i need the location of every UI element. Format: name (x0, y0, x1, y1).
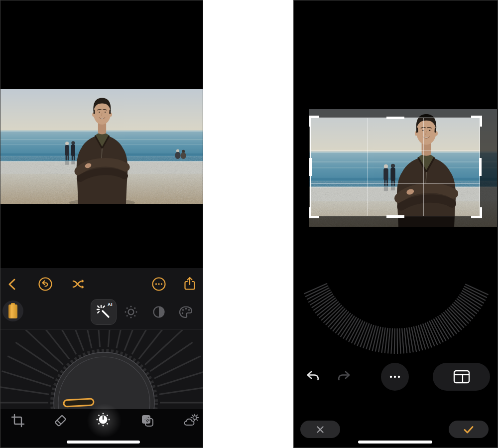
crop-handle-top-right[interactable] (471, 116, 482, 127)
x-icon (316, 425, 325, 434)
grid-line-vertical (423, 118, 424, 216)
crop-frame[interactable] (310, 118, 480, 216)
redo-arrow-icon (336, 369, 352, 385)
adjust-dial-icon (95, 411, 111, 429)
brightness-button[interactable] (123, 304, 139, 320)
crop-icon (10, 413, 26, 429)
home-indicator[interactable] (358, 441, 432, 444)
filters-tool-button[interactable] (139, 413, 155, 429)
shuffle-icon (71, 276, 87, 292)
more-button[interactable] (151, 276, 167, 292)
crop-handle-left[interactable] (309, 158, 312, 176)
film-canister-icon (6, 302, 19, 319)
filters-icon (139, 413, 155, 429)
crop-handle-right[interactable] (479, 158, 482, 176)
crop-handle-top[interactable] (386, 117, 404, 119)
share-button[interactable] (182, 276, 198, 292)
revert-button[interactable] (37, 276, 53, 292)
ellipsis-circle-icon (151, 276, 167, 292)
crop-tool-button[interactable] (10, 413, 26, 429)
ellipsis-icon (388, 370, 402, 384)
intensity-dial[interactable] (0, 329, 203, 409)
crop-handle-bottom-right[interactable] (471, 207, 482, 218)
grid-line-horizontal (311, 183, 480, 184)
undo-arrow-icon (305, 369, 321, 385)
rotation-dial[interactable] (294, 220, 498, 359)
back-button[interactable] (5, 276, 21, 292)
crop-handle-bottom-left[interactable] (309, 207, 319, 218)
color-button[interactable] (178, 304, 194, 320)
crop-handle-top-left[interactable] (309, 116, 319, 127)
photo-preview[interactable] (0, 89, 203, 204)
crop-handle-bottom[interactable] (386, 215, 404, 218)
eraser-tool-button[interactable] (52, 413, 68, 429)
grid-line-horizontal (311, 150, 480, 151)
grid-line-vertical (367, 118, 368, 216)
auto-enhance-button[interactable]: AI (91, 299, 117, 325)
beach-photo (0, 89, 203, 204)
color-palette-icon (178, 304, 194, 320)
home-indicator[interactable] (67, 441, 140, 444)
aspect-ratio-icon (453, 369, 471, 384)
right-screen-crop-mode (293, 0, 498, 448)
confirm-button[interactable] (449, 421, 489, 438)
ai-badge: AI (108, 302, 113, 307)
more-options-button[interactable] (381, 363, 409, 391)
chevron-left-icon (5, 276, 21, 292)
weather-tool-button[interactable] (183, 413, 199, 429)
left-screen-adjust-mode: AI (0, 0, 203, 448)
adjust-tool-button[interactable] (95, 412, 111, 428)
compare-button[interactable] (71, 276, 87, 292)
eraser-icon (52, 413, 68, 429)
dial-indicator (64, 399, 94, 407)
aspect-ratio-button[interactable] (433, 363, 490, 391)
share-icon (182, 276, 198, 292)
check-icon (463, 425, 474, 434)
crop-photo-area[interactable] (309, 109, 497, 227)
screenshot-stage: AI (0, 0, 498, 448)
cancel-button[interactable] (300, 421, 340, 438)
intensity-dial-graphic (0, 330, 203, 409)
weather-icon (183, 413, 199, 429)
edit-controls-panel: AI (0, 268, 203, 448)
contrast-button[interactable] (151, 304, 167, 320)
contrast-icon (151, 304, 167, 320)
brightness-icon (123, 304, 139, 320)
filters-thumbnail-button[interactable] (2, 300, 23, 321)
undo-button[interactable] (305, 369, 321, 385)
redo-button[interactable] (336, 369, 352, 385)
undo-circle-icon (37, 276, 53, 292)
